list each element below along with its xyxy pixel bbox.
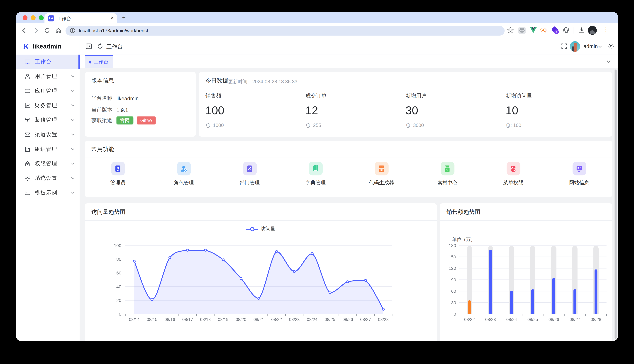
sidebar-item-channels[interactable]: 渠道设置 [16, 127, 80, 142]
svg-text:08/25: 08/25 [325, 317, 335, 322]
minimize-window-button[interactable] [31, 15, 36, 20]
home-icon[interactable] [55, 27, 62, 34]
quick-action-menu-permissions[interactable]: 菜单权限 [480, 162, 546, 186]
user-chevron-down-icon[interactable] [598, 45, 602, 49]
chevron-down-icon [71, 89, 75, 93]
svg-text:80: 80 [116, 257, 121, 262]
stat-total: 总: 255 [306, 122, 406, 129]
quick-action-departments[interactable]: 部门管理 [217, 162, 282, 186]
svg-text:08/14: 08/14 [129, 317, 140, 322]
stat-value: 100 [206, 104, 306, 117]
close-window-button[interactable] [22, 15, 28, 20]
gitee-button[interactable]: Gitee [137, 116, 156, 124]
stat-value: 12 [306, 104, 406, 117]
visits-line-chart[interactable]: 02040608010008/1408/1508/1608/1708/1808/… [85, 220, 437, 341]
reload-icon[interactable] [44, 27, 50, 34]
browser-window: LA 工作台 ✕ + localhost:5173/admin/workbenc… [16, 12, 618, 341]
app-card-icon [24, 88, 31, 94]
page-tab-label: 工作台 [94, 59, 108, 66]
visits-trend-card: 访问量趋势图 访问量 02040608010008/1408/1508/1608… [85, 203, 437, 341]
svg-text:08/28: 08/28 [378, 317, 388, 322]
row-label: 当前版本 [92, 106, 116, 114]
row-label: 平台名称 [92, 94, 116, 102]
quick-action-label: 部门管理 [240, 180, 260, 186]
scrollbar-thumb[interactable] [615, 70, 617, 339]
quick-action-label: 管理员 [110, 180, 126, 186]
chart-icon [24, 102, 31, 109]
chevron-down-icon [71, 132, 75, 136]
row-label: 获取渠道 [92, 117, 116, 124]
maximize-window-button[interactable] [39, 15, 44, 20]
tab-title: 工作台 [57, 16, 71, 22]
download-icon[interactable] [578, 27, 585, 34]
quick-action-materials[interactable]: 素材中心 [414, 162, 480, 186]
sidebar-item-decoration[interactable]: 装修管理 [16, 113, 80, 127]
profile-avatar[interactable] [588, 26, 597, 35]
quick-action-dictionary[interactable]: 字典管理 [283, 162, 348, 186]
sq-extension-icon[interactable]: SQ [540, 28, 547, 32]
collapse-sidebar-icon[interactable] [85, 43, 92, 50]
close-tab-icon[interactable]: ✕ [110, 15, 114, 20]
quick-action-website-info[interactable]: 网站信息 [546, 162, 612, 186]
browser-toolbar: localhost:5173/admin/workbench SQ 5 ⋮ [16, 23, 618, 38]
bookmark-star-icon[interactable] [507, 27, 514, 34]
toolbar-divider [573, 27, 574, 34]
user-avatar[interactable] [570, 41, 580, 52]
stat-sales: 销售额 100 总: 1000 [206, 92, 306, 129]
extensions-puzzle-icon[interactable] [563, 27, 569, 33]
quick-action-admin[interactable]: 管理员 [85, 162, 151, 186]
sidebar-item-apps[interactable]: 应用管理 [16, 84, 80, 98]
refresh-icon[interactable] [96, 43, 104, 50]
svg-text:08/22: 08/22 [271, 317, 282, 322]
forward-icon[interactable] [32, 27, 39, 34]
browser-tab[interactable]: LA 工作台 ✕ [44, 14, 117, 23]
site-info-icon[interactable] [70, 28, 75, 33]
fullscreen-icon[interactable] [561, 43, 568, 50]
chevron-down-icon [71, 74, 75, 78]
menu-dots-icon[interactable]: ⋮ [603, 26, 608, 32]
chevron-down-icon [71, 104, 75, 108]
official-site-button[interactable]: 官网 [116, 116, 134, 124]
quick-action-label: 网站信息 [569, 180, 590, 186]
sidebar-item-templates[interactable]: 模板示例 [16, 186, 80, 200]
sidebar-item-users[interactable]: 用户管理 [16, 69, 80, 84]
website-info-icon [572, 162, 586, 176]
avatar-building-2 [572, 46, 574, 52]
sales-bar-chart[interactable]: 030609012015018008/2208/2308/2408/2508/2… [440, 220, 612, 341]
svg-text:08/24: 08/24 [506, 317, 517, 322]
sidebar-item-label: 财务管理 [35, 102, 58, 109]
svg-text:08/16: 08/16 [164, 317, 175, 322]
url-bar[interactable]: localhost:5173/admin/workbench [66, 26, 505, 36]
admin-badge-icon [111, 162, 125, 176]
settings-gear-icon[interactable] [608, 43, 614, 50]
quick-action-code-generator[interactable]: 代码生成器 [348, 162, 414, 186]
sidebar-item-workbench[interactable]: 工作台 [16, 54, 80, 69]
new-tab-button[interactable]: + [122, 14, 126, 20]
version-card: 版本信息 平台名称 likeadmin 当前版本 1.9.1 获取渠道 官网 [85, 72, 196, 136]
sales-card-title: 销售额趋势图 [446, 208, 480, 216]
quick-action-label: 字典管理 [306, 180, 326, 186]
vue-devtools-icon[interactable] [530, 27, 537, 34]
quick-action-roles[interactable]: 角色管理 [151, 162, 217, 186]
username[interactable]: admin [584, 43, 598, 49]
sidebar-item-settings[interactable]: 系统设置 [16, 171, 80, 186]
svg-text:180: 180 [449, 243, 456, 248]
code-generator-icon [374, 162, 388, 176]
quick-card-title: 常用功能 [92, 146, 114, 153]
tabbar-chevron-down-icon[interactable] [606, 59, 611, 64]
logo-text: likeadmin [32, 42, 62, 50]
sidebar-item-finance[interactable]: 财务管理 [16, 98, 80, 113]
sidebar-item-label: 应用管理 [35, 87, 58, 95]
svg-text:08/23: 08/23 [289, 317, 300, 322]
mail-icon [24, 131, 31, 138]
gear-icon [24, 175, 31, 182]
sidebar-item-organization[interactable]: 组织管理 [16, 142, 80, 156]
paint-roller-icon [24, 117, 31, 123]
back-icon[interactable] [21, 27, 28, 34]
app-logo[interactable]: K likeadmin [16, 38, 80, 54]
react-devtools-icon[interactable] [518, 27, 526, 34]
sidebar-item-permissions[interactable]: 权限管理 [16, 156, 80, 171]
svg-text:08/19: 08/19 [218, 317, 228, 322]
page-tab-workbench[interactable]: 工作台 [85, 55, 113, 68]
quick-action-label: 菜单权限 [503, 180, 524, 186]
